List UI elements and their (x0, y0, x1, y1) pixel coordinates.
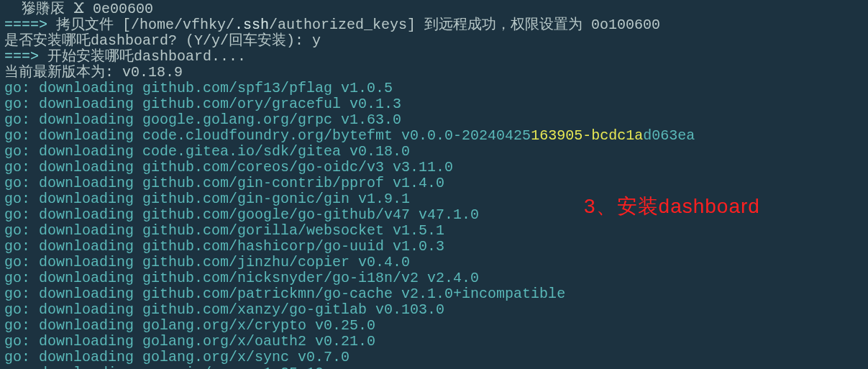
terminal-line: go: downloading github.com/nicksnyder/go… (4, 270, 864, 286)
terminal-line: go: downloading github.com/gorilla/webso… (4, 223, 864, 239)
terminal-text-segment: go: downloading github.com/ory/graceful … (4, 96, 401, 112)
terminal-line: go: downloading gorm.io/gorm v1.25.10 (4, 365, 864, 369)
terminal-text-segment: ===> (4, 48, 47, 65)
terminal-text-segment: 163905-bcdc1a (531, 127, 643, 144)
terminal-text-segment: go: downloading github.com/google/go-git… (4, 206, 479, 223)
terminal-text-segment: go: downloading github.com/xanzy/go-gitl… (4, 301, 444, 318)
terminal-line: 是否安装哪吒dashboard? (Y/y/回车安装): y (4, 33, 864, 49)
terminal-line: go: downloading github.com/ory/graceful … (4, 96, 864, 112)
terminal-line: go: downloading github.com/coreos/go-oid… (4, 160, 864, 176)
terminal-text-segment: go: downloading github.com/jinzhu/copier… (4, 254, 410, 270)
terminal-text-segment: /authorized_keys] 到远程成功，权限设置为 0o100600 (269, 17, 660, 33)
terminal-line: 㺑䞉㕈 Ϫ 0e00600 (4, 1, 864, 17)
terminal-text-segment: go: downloading github.com/gin-contrib/p… (4, 175, 444, 191)
terminal-text-segment: go: downloading github.com/coreos/go-oid… (4, 159, 453, 176)
terminal-line: go: downloading code.cloudfoundry.org/by… (4, 128, 864, 144)
terminal-text-segment: go: downloading github.com/gorilla/webso… (4, 222, 444, 239)
terminal-text-segment: 是否安装哪吒dashboard? (Y/y/回车安装): y (4, 32, 321, 49)
terminal-text-segment: go: downloading golang.org/x/crypto v0.2… (4, 317, 375, 334)
terminal-line: go: downloading golang.org/x/oauth2 v0.2… (4, 334, 864, 350)
terminal-text-segment (4, 1, 22, 17)
terminal-text-segment: go: downloading github.com/gin-gonic/gin… (4, 191, 410, 207)
terminal-line: 当前最新版本为: v0.18.9 (4, 65, 864, 81)
terminal-text-segment: 㺑䞉㕈 Ϫ 0e00600 (22, 1, 153, 17)
terminal-text-segment: go: downloading golang.org/x/oauth2 v0.2… (4, 333, 375, 350)
terminal-text-segment: go: downloading code.cloudfoundry.org/by… (4, 127, 531, 144)
terminal-text-segment: .ssh (234, 17, 269, 33)
terminal-text-segment: ====> (4, 17, 56, 33)
terminal-line: go: downloading golang.org/x/sync v0.7.0 (4, 350, 864, 365)
terminal-line: go: downloading github.com/xanzy/go-gitl… (4, 302, 864, 318)
terminal-line: go: downloading google.golang.org/grpc v… (4, 112, 864, 128)
terminal-line: go: downloading github.com/jinzhu/copier… (4, 255, 864, 270)
terminal-text-segment: 当前最新版本为: v0.18.9 (4, 64, 183, 81)
terminal-text-segment: go: downloading github.com/hashicorp/go-… (4, 238, 444, 255)
terminal-text-segment: d063ea (643, 127, 695, 144)
terminal-line: go: downloading github.com/gin-contrib/p… (4, 176, 864, 191)
terminal-text-segment: go: downloading github.com/patrickmn/go-… (4, 286, 565, 302)
terminal-text-segment: go: downloading google.golang.org/grpc v… (4, 111, 401, 128)
terminal-line: ====> 拷贝文件 [/home/vfhky/.ssh/authorized_… (4, 17, 864, 33)
terminal-line: go: downloading github.com/patrickmn/go-… (4, 286, 864, 302)
terminal-text-segment: 开始安装哪吒dashboard.... (47, 48, 246, 65)
terminal-line: go: downloading github.com/spf13/pflag v… (4, 81, 864, 96)
terminal-line: go: downloading github.com/hashicorp/go-… (4, 239, 864, 255)
terminal-output: 㺑䞉㕈 Ϫ 0e00600====> 拷贝文件 [/home/vfhky/.ss… (4, 1, 864, 369)
terminal-line: go: downloading code.gitea.io/sdk/gitea … (4, 144, 864, 160)
terminal-line: go: downloading golang.org/x/crypto v0.2… (4, 318, 864, 334)
terminal-text-segment: 拷贝文件 [/home/vfhky/ (56, 17, 234, 33)
terminal-text-segment: go: downloading gorm.io/gorm v1.25.10 (4, 365, 324, 369)
terminal-text-segment: go: downloading code.gitea.io/sdk/gitea … (4, 143, 410, 160)
annotation-label: 3、安装dashboard (584, 196, 760, 218)
terminal-text-segment: go: downloading github.com/spf13/pflag v… (4, 80, 393, 96)
terminal-text-segment: go: downloading golang.org/x/sync v0.7.0 (4, 349, 350, 365)
terminal-text-segment: go: downloading github.com/nicksnyder/go… (4, 270, 479, 286)
terminal-line: ===> 开始安装哪吒dashboard.... (4, 49, 864, 65)
